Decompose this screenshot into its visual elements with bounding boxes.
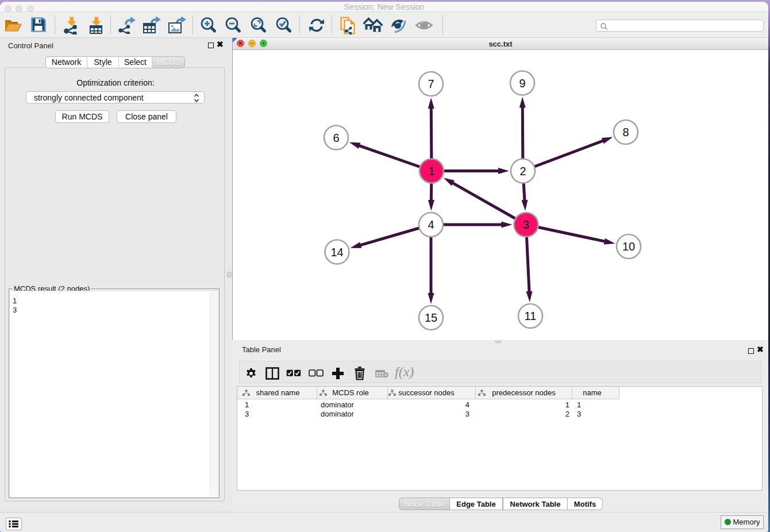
svg-text:2: 2: [519, 165, 526, 178]
svg-text:9: 9: [519, 77, 525, 90]
svg-text:15: 15: [425, 311, 437, 324]
svg-text:3: 3: [523, 218, 529, 231]
svg-text:1: 1: [428, 165, 434, 178]
svg-text:8: 8: [622, 126, 629, 138]
svg-text:14: 14: [330, 246, 343, 259]
svg-text:7: 7: [428, 78, 434, 90]
svg-text:11: 11: [525, 310, 537, 322]
svg-text:4: 4: [428, 218, 434, 231]
svg-text:10: 10: [622, 240, 635, 253]
svg-text:6: 6: [333, 132, 339, 144]
